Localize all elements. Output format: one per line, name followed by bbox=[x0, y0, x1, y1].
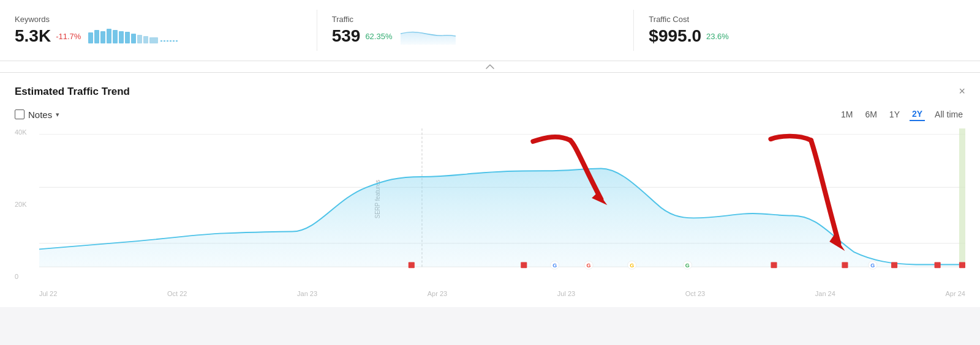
flag-6 bbox=[935, 262, 941, 269]
bar-11 bbox=[149, 37, 158, 43]
flag-2 bbox=[521, 262, 527, 269]
bar-10 bbox=[143, 36, 148, 43]
x-label-oct22: Oct 22 bbox=[167, 290, 187, 297]
x-label-jan24: Jan 24 bbox=[815, 290, 835, 297]
flag-5 bbox=[891, 262, 897, 269]
traffic-cost-metric: Traffic Cost $995.0 23.6% bbox=[649, 10, 951, 51]
traffic-value: 539 bbox=[332, 26, 361, 46]
main-chart-svg: SERP features bbox=[39, 128, 965, 288]
x-label-jan23: Jan 23 bbox=[297, 290, 317, 297]
time-btn-6m[interactable]: 6M bbox=[862, 108, 879, 121]
x-label-apr24: Apr 24 bbox=[946, 290, 965, 297]
keywords-metric: Keywords 5.3K -11.7% bbox=[15, 10, 317, 51]
keywords-change: -11.7% bbox=[56, 32, 81, 41]
keywords-value: 5.3K bbox=[15, 26, 51, 46]
notes-icon bbox=[15, 109, 24, 119]
y-label-20k: 20K bbox=[15, 201, 39, 208]
x-label-apr23: Apr 23 bbox=[428, 290, 447, 297]
bar-1 bbox=[88, 32, 93, 43]
right-edge-bar bbox=[959, 128, 965, 267]
close-button[interactable]: × bbox=[959, 85, 965, 98]
x-label-jul22: Jul 22 bbox=[39, 290, 57, 297]
chart-svg-wrapper: SERP features bbox=[39, 128, 965, 297]
chart-panel: Estimated Traffic Trend × Notes ▾ 1M 6M … bbox=[0, 73, 980, 307]
traffic-change: 62.35% bbox=[365, 32, 392, 41]
bar-8 bbox=[131, 34, 136, 43]
notes-chevron: ▾ bbox=[56, 111, 59, 119]
bar-9 bbox=[137, 35, 142, 43]
traffic-label: Traffic bbox=[332, 15, 619, 24]
bar-2 bbox=[94, 30, 99, 43]
bar-3 bbox=[100, 31, 105, 43]
flag-3 bbox=[771, 262, 777, 269]
notes-label: Notes bbox=[28, 109, 52, 120]
traffic-cost-label: Traffic Cost bbox=[649, 15, 936, 24]
x-label-oct23: Oct 23 bbox=[685, 290, 705, 297]
chart-wrapper: 40K 20K 0 SERP fe bbox=[15, 128, 965, 297]
time-btn-1y[interactable]: 1Y bbox=[887, 108, 902, 121]
flag-1 bbox=[409, 262, 415, 269]
bar-4 bbox=[107, 29, 111, 43]
notes-button[interactable]: Notes ▾ bbox=[15, 109, 59, 120]
g-label-4: G bbox=[685, 262, 690, 269]
g-label-3: G bbox=[630, 262, 634, 269]
x-label-jul23: Jul 23 bbox=[557, 290, 575, 297]
time-btn-all[interactable]: All time bbox=[932, 108, 965, 121]
time-btn-1m[interactable]: 1M bbox=[839, 108, 855, 121]
bar-7 bbox=[125, 32, 130, 43]
traffic-cost-change: 23.6% bbox=[706, 32, 729, 41]
time-range-controls: 1M 6M 1Y 2Y All time bbox=[839, 108, 965, 121]
keywords-bar-chart bbox=[88, 29, 179, 43]
traffic-cost-value: $995.0 bbox=[649, 26, 701, 46]
keywords-label: Keywords bbox=[15, 15, 302, 24]
collapse-icon bbox=[485, 64, 495, 70]
metrics-bar: Keywords 5.3K -11.7% bbox=[0, 0, 980, 61]
bar-trend-line bbox=[160, 29, 179, 43]
traffic-mini-line bbox=[401, 28, 456, 45]
bar-5 bbox=[113, 30, 118, 43]
bar-6 bbox=[119, 31, 124, 43]
x-axis-labels: Jul 22 Oct 22 Jan 23 Apr 23 Jul 23 Oct 2… bbox=[39, 288, 965, 297]
g-label-2: G bbox=[587, 262, 591, 269]
y-label-40k: 40K bbox=[15, 128, 39, 136]
y-label-0: 0 bbox=[15, 273, 39, 280]
time-btn-2y[interactable]: 2Y bbox=[910, 108, 925, 121]
flag-4 bbox=[842, 262, 848, 269]
chart-title: Estimated Traffic Trend bbox=[15, 86, 130, 98]
g-label-1: G bbox=[552, 262, 557, 269]
area-fill bbox=[39, 168, 965, 267]
traffic-metric: Traffic 539 62.35% bbox=[332, 10, 635, 51]
collapse-arrow-area[interactable] bbox=[0, 61, 980, 73]
g-label-5: G bbox=[870, 262, 875, 269]
y-axis: 40K 20K 0 bbox=[15, 128, 39, 297]
flag-7 bbox=[959, 262, 965, 269]
